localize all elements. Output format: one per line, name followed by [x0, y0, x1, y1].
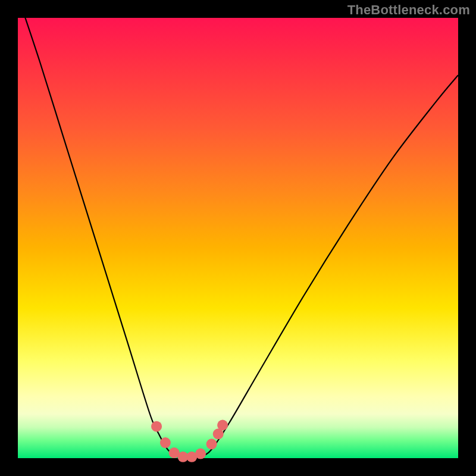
- chart-frame: TheBottleneck.com: [0, 0, 476, 476]
- curve-markers: [151, 420, 228, 462]
- watermark-text: TheBottleneck.com: [347, 2, 470, 18]
- curve-marker: [160, 437, 171, 448]
- bottleneck-curve: [18, 0, 458, 458]
- curve-marker: [195, 449, 206, 459]
- curve-marker: [151, 421, 162, 432]
- curve-marker: [217, 420, 228, 431]
- plot-area: [18, 18, 458, 458]
- curve-marker: [206, 439, 217, 449]
- curve-svg: [18, 18, 458, 458]
